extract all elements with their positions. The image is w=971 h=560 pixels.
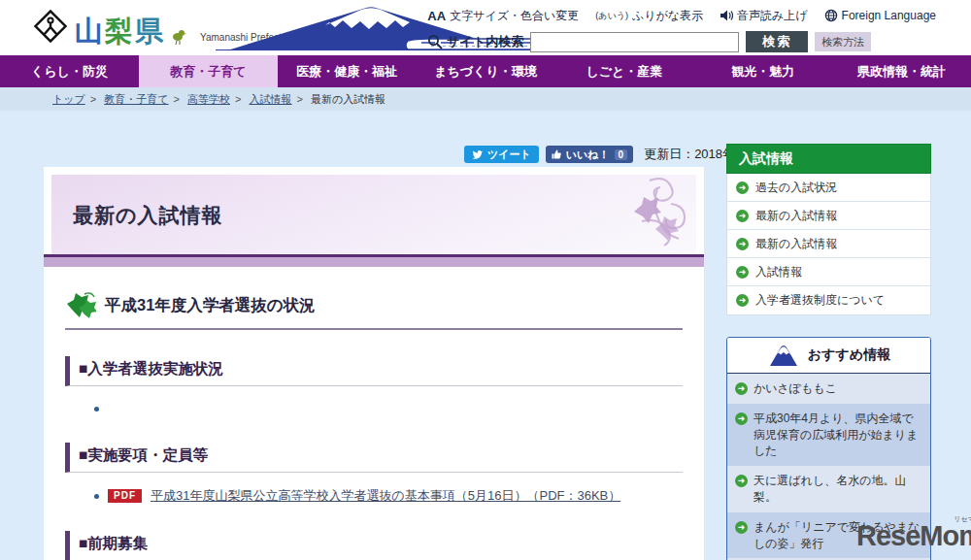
- speaker-icon: [720, 10, 733, 21]
- arrow-circle-icon: ➜: [736, 238, 749, 250]
- nav-kanko[interactable]: 観光・魅力: [693, 55, 832, 87]
- breadcrumb: トップ> 教育・子育て> 高等学校> 入試情報> 最新の入試情報: [0, 87, 971, 111]
- list-item: PDF 平成31年度山梨県公立高等学校入学者選抜の基本事項（5月16日）（PDF…: [94, 487, 683, 505]
- prefecture-crest-icon: [32, 7, 69, 46]
- header-utility: AA 文字サイズ・色合い変更 (あいう) ふりがな表示 音声読み上げ: [427, 7, 936, 52]
- arrow-circle-icon: ➜: [736, 294, 749, 307]
- sidebar-item-past-results[interactable]: ➜ 過去の入試状況: [727, 174, 930, 202]
- bullet-icon: [94, 494, 99, 499]
- thumbs-up-icon: [552, 149, 561, 159]
- arrow-circle-icon: ➜: [735, 382, 748, 395]
- arrow-circle-icon: ➜: [736, 210, 749, 222]
- pdf-document-link[interactable]: 平成31年度山梨県公立高等学校入学者選抜の基本事項（5月16日）（PDF：36K…: [151, 487, 620, 505]
- banner-divider-band: [44, 257, 704, 267]
- fuji-icon: [767, 345, 800, 367]
- furigana-label: ふりがな表示: [632, 8, 703, 24]
- tweet-label: ツイート: [487, 148, 531, 162]
- search-label: サイト内検索: [427, 33, 523, 50]
- section-heading: 平成31年度入学者選抜の状況: [65, 292, 683, 330]
- pdf-badge: PDF: [108, 489, 142, 503]
- nav-kyoiku[interactable]: 教育・子育て: [139, 55, 278, 87]
- language-label: Foreign Language: [842, 9, 936, 22]
- list-item: [94, 401, 683, 416]
- audio-label: 音声読み上げ: [737, 8, 808, 24]
- bird-icon: [171, 28, 186, 46]
- crumb-kyoiku[interactable]: 教育・子育て: [104, 93, 168, 105]
- arrow-circle-icon: ➜: [735, 475, 748, 487]
- globe-icon: [824, 9, 838, 22]
- furigana-link[interactable]: (あいう) ふりがな表示: [595, 8, 703, 24]
- subsection-heading-3: ■前期募集: [65, 531, 683, 560]
- sidebar-item-latest-info-1[interactable]: ➜ 最新の入試情報: [727, 202, 930, 230]
- nav-shigoto[interactable]: しごと・産業: [554, 55, 693, 87]
- like-label: いいね！: [566, 148, 610, 162]
- font-size-label: 文字サイズ・色合い変更: [450, 8, 579, 24]
- arrow-circle-icon: ➜: [736, 266, 749, 279]
- global-nav: くらし・防災 教育・子育て 医療・健康・福祉 まちづくり・環境 しごと・産業 観…: [0, 55, 971, 87]
- furigana-icon: (あいう): [595, 10, 628, 22]
- search-input[interactable]: [530, 32, 739, 52]
- section-title: 平成31年度入学者選抜の状況: [105, 295, 316, 316]
- bullet-icon: [94, 407, 99, 412]
- page-title: 最新の入試情報: [73, 202, 223, 229]
- arrow-circle-icon: ➜: [735, 521, 748, 534]
- logo-text: 山梨県: [75, 17, 165, 46]
- resemom-watermark: ReseMom. リセマム: [856, 520, 971, 552]
- sidebar-exam-info: 入試情報 ➜ 過去の入試状況 ➜ 最新の入試情報 ➜ 最新の入試情報 ➜ 入試情…: [726, 144, 931, 315]
- resemom-ruby: リセマム: [954, 514, 971, 524]
- grape-vine-decoration: [584, 177, 692, 252]
- nav-machizukuri[interactable]: まちづくり・環境: [417, 55, 555, 87]
- crumb-current: 最新の入試情報: [311, 93, 385, 105]
- accessibility-links: AA 文字サイズ・色合い変更 (あいう) ふりがな表示 音声読み上げ: [427, 7, 936, 24]
- sidebar-item-exam-info[interactable]: ➜ 入試情報: [727, 258, 930, 286]
- like-button[interactable]: いいね！ 0: [546, 146, 633, 163]
- page: 山梨県 Yamanashi Prefecture AA: [0, 0, 971, 560]
- sidebar-exam-title: 入試情報: [726, 144, 931, 174]
- twitter-bird-icon: [472, 149, 484, 159]
- sidebar-recommended-title: おすすめ情報: [727, 338, 930, 374]
- title-banner: 最新の入試情報: [51, 175, 696, 254]
- arrow-circle-icon: ➜: [735, 412, 748, 425]
- recommended-item-childcare[interactable]: ➜ 平成30年4月より、県内全域で病児保育の広域利用が始まりました: [727, 404, 930, 466]
- font-size-link[interactable]: AA 文字サイズ・色合い変更: [427, 8, 579, 24]
- site-search: サイト内検索 検索 検索方法: [427, 31, 936, 52]
- crumb-koutougakkou[interactable]: 高等学校: [187, 93, 230, 105]
- like-count: 0: [615, 149, 628, 160]
- nav-kensei[interactable]: 県政情報・統計: [832, 55, 971, 87]
- language-link[interactable]: Foreign Language: [824, 9, 936, 22]
- site-header: 山梨県 Yamanashi Prefecture AA: [0, 0, 971, 55]
- sidebar-item-latest-info-2[interactable]: ➜ 最新の入試情報: [727, 230, 930, 258]
- article-body: 平成31年度入学者選抜の状況 ■入学者選抜実施状況 ■実施要項・定員等 PDF …: [44, 292, 704, 560]
- recommended-item-water[interactable]: ➜ 天に選ばれし、名水の地。山梨。: [727, 466, 930, 512]
- sidebar-exam-list: ➜ 過去の入試状況 ➜ 最新の入試情報 ➜ 最新の入試情報 ➜ 入試情報 ➜: [726, 174, 931, 315]
- search-icon: [427, 34, 443, 49]
- arrow-circle-icon: ➜: [736, 181, 749, 194]
- nav-iryo[interactable]: 医療・健康・福祉: [278, 55, 417, 87]
- audio-link[interactable]: 音声読み上げ: [720, 8, 808, 24]
- main-content: 最新の入試情報: [44, 167, 704, 560]
- crumb-nyushi[interactable]: 入試情報: [250, 93, 292, 105]
- search-help-button[interactable]: 検索方法: [815, 32, 871, 51]
- recommended-item-kaisapo[interactable]: ➜ かいさぽももこ: [727, 374, 930, 404]
- search-button[interactable]: 検索: [746, 31, 808, 52]
- crumb-top[interactable]: トップ: [52, 93, 85, 105]
- subsection-heading-2: ■実施要項・定員等: [65, 443, 683, 473]
- font-size-icon: AA: [427, 9, 446, 23]
- nav-kurashi[interactable]: くらし・防災: [0, 55, 139, 87]
- page-body: ツイート いいね！ 0 更新日：2018年5月16日 最新の入試情報: [0, 111, 971, 560]
- sidebar-item-selection-system[interactable]: ➜ 入学者選抜制度について: [727, 286, 930, 314]
- grape-leaf-icon: [65, 292, 96, 319]
- subsection-heading-1: ■入学者選抜実施状況: [65, 356, 683, 386]
- tweet-button[interactable]: ツイート: [464, 146, 539, 163]
